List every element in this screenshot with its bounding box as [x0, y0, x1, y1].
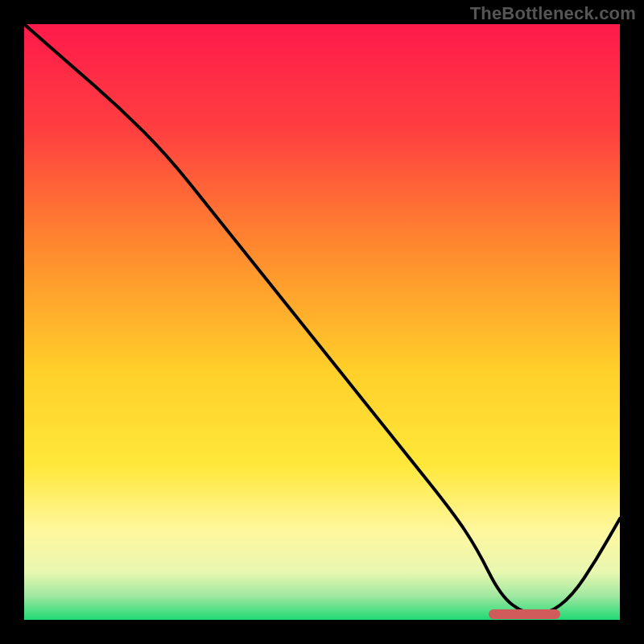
bottleneck-curve — [24, 24, 620, 620]
chart-container: TheBottleneck.com — [0, 0, 644, 644]
watermark-text: TheBottleneck.com — [470, 3, 636, 24]
plot-area — [24, 24, 620, 620]
optimal-range-marker — [489, 609, 560, 619]
